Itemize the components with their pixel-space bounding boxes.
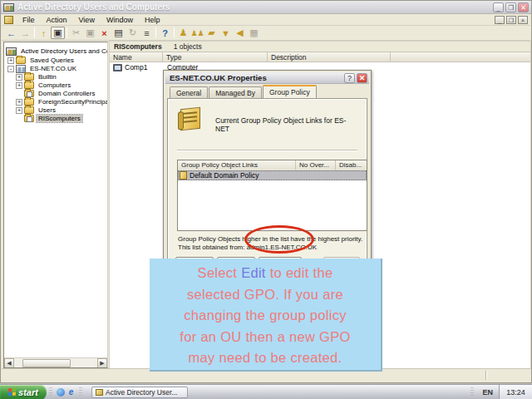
aduc-root-icon bbox=[6, 47, 17, 56]
column-header-row: Name Type Description bbox=[110, 52, 530, 62]
column-header-name[interactable]: Name bbox=[110, 52, 163, 62]
copy-icon[interactable]: ▣ bbox=[83, 27, 97, 39]
toolbar: ← → ↑ ▣ ✂ ▣ × ▤ ↻ ≡ ? ♟ ♟♟ ▰ ▼ ◀ ▦ bbox=[2, 26, 530, 41]
scrollbar-thumb[interactable] bbox=[22, 359, 71, 367]
expand-icon[interactable]: + bbox=[16, 99, 22, 106]
tab-group-policy[interactable]: Group Policy bbox=[263, 85, 317, 100]
help-icon[interactable]: ? bbox=[158, 27, 172, 39]
ou-folder-icon bbox=[24, 90, 34, 97]
language-indicator[interactable]: EN bbox=[476, 388, 499, 397]
column-no-override[interactable]: No Over... bbox=[296, 160, 336, 170]
export-list-icon[interactable]: ≡ bbox=[140, 27, 154, 39]
menu-file[interactable]: File bbox=[17, 14, 41, 25]
taskbar-grip[interactable] bbox=[470, 387, 474, 397]
taskbar-button-aduc[interactable]: Active Directory User... bbox=[91, 387, 188, 398]
annotation-line-5: may need to be created. bbox=[150, 347, 381, 369]
gpo-row-default-domain-policy[interactable]: Default Domain Policy bbox=[178, 170, 367, 180]
filter-icon[interactable]: ▼ bbox=[219, 27, 233, 39]
aduc-task-icon bbox=[96, 389, 103, 396]
folder-icon bbox=[16, 57, 26, 64]
group-policy-scroll-icon bbox=[180, 107, 200, 131]
window-titlebar[interactable]: Active Directory Users and Computers _ ❐… bbox=[1, 1, 531, 14]
gpo-name: Default Domain Policy bbox=[190, 171, 259, 180]
annotation-box: Select Edit to edit the selected GPO. If… bbox=[150, 259, 382, 372]
menu-action[interactable]: Action bbox=[41, 14, 73, 25]
annotation-text: to edit the bbox=[266, 265, 333, 280]
menu-bar: File Action View Window Help _ ❐ × bbox=[2, 14, 530, 26]
menu-help[interactable]: Help bbox=[139, 14, 166, 25]
close-button[interactable]: ✕ bbox=[518, 2, 529, 12]
new-ou-icon[interactable]: ▰ bbox=[204, 27, 219, 39]
tab-managed-by[interactable]: Managed By bbox=[209, 86, 262, 99]
task-button-label: Active Directory User... bbox=[106, 388, 177, 397]
menu-view[interactable]: View bbox=[73, 14, 101, 25]
new-user-icon[interactable]: ♟ bbox=[176, 27, 190, 39]
column-header-description[interactable]: Description bbox=[268, 52, 391, 62]
annotation-line-1: Select Edit to edit the bbox=[150, 263, 381, 284]
refresh-icon[interactable]: ↻ bbox=[126, 27, 140, 39]
child-minimize-button[interactable]: _ bbox=[495, 16, 505, 24]
dialog-close-button[interactable]: ✕ bbox=[357, 73, 367, 83]
scroll-right-icon[interactable]: ▶ bbox=[97, 358, 107, 368]
annotation-line-4: for an OU then a new GPO bbox=[150, 327, 381, 348]
banner-object-count: 1 objects bbox=[174, 42, 202, 51]
taskbar-clock[interactable]: 13:24 bbox=[499, 385, 532, 399]
tab-general[interactable]: General bbox=[170, 86, 208, 99]
computer-icon bbox=[113, 64, 122, 71]
domain-icon bbox=[16, 65, 26, 73]
divider bbox=[177, 150, 357, 151]
back-icon[interactable]: ← bbox=[4, 27, 18, 39]
expand-icon[interactable]: + bbox=[16, 107, 22, 114]
expand-icon[interactable]: + bbox=[7, 57, 14, 64]
forward-icon[interactable]: → bbox=[18, 27, 32, 39]
expand-icon[interactable]: + bbox=[16, 74, 22, 81]
up-one-level-icon[interactable]: ↑ bbox=[37, 27, 51, 39]
minimize-button[interactable]: _ bbox=[493, 2, 504, 12]
restore-button[interactable]: ❐ bbox=[505, 2, 516, 12]
child-close-button[interactable]: × bbox=[518, 16, 528, 24]
taskbar-grip[interactable] bbox=[79, 387, 82, 397]
tree-item-label: Active Directory Users and Computer: bbox=[19, 47, 108, 55]
tree-item-label: Users bbox=[37, 106, 57, 114]
tree-item-label: ES-NET.CO.UK bbox=[28, 65, 78, 72]
annotation-text: Select bbox=[198, 265, 242, 280]
column-gpo-links[interactable]: Group Policy Object Links bbox=[178, 160, 296, 170]
column-disabled[interactable]: Disab... bbox=[336, 160, 367, 170]
start-button[interactable]: start bbox=[0, 385, 47, 399]
extra-icon[interactable]: ▦ bbox=[247, 27, 261, 39]
messenger-icon[interactable] bbox=[55, 387, 66, 397]
toolbar-separator bbox=[155, 27, 156, 38]
dialog-titlebar[interactable]: ES-NET.CO.UK Properties ? ✕ bbox=[165, 72, 369, 84]
gpo-links-list[interactable]: Group Policy Object Links No Over... Dis… bbox=[177, 160, 367, 231]
child-restore-button[interactable]: ❐ bbox=[506, 16, 516, 24]
tree-item-riscomputers[interactable]: RIScomputers bbox=[24, 114, 82, 123]
tree-item-label: Saved Queries bbox=[28, 57, 76, 64]
ie-icon[interactable]: e bbox=[66, 387, 76, 397]
windows-flag-icon bbox=[8, 388, 16, 397]
collapse-icon[interactable]: - bbox=[7, 66, 14, 72]
result-pane-banner: RIScomputers 1 objects bbox=[110, 42, 530, 52]
gpo-links-banner: Current Group Policy Object Links for ES… bbox=[215, 116, 357, 133]
folder-icon bbox=[24, 106, 34, 114]
cut-icon[interactable]: ✂ bbox=[69, 27, 83, 39]
tree-item-label: Domain Controllers bbox=[37, 90, 96, 97]
delete-icon[interactable]: × bbox=[97, 27, 111, 39]
desktop: Active Directory Users and Computers _ ❐… bbox=[0, 0, 532, 399]
taskbar: start e Active Directory User... EN 13:2… bbox=[0, 384, 532, 399]
scroll-left-icon[interactable]: ◀ bbox=[4, 358, 14, 368]
new-group-icon[interactable]: ♟♟ bbox=[190, 27, 204, 39]
menu-window[interactable]: Window bbox=[101, 14, 139, 25]
announce-icon[interactable]: ◀ bbox=[233, 27, 247, 39]
dialog-tabs: General Managed By Group Policy bbox=[170, 87, 318, 99]
taskbar-grip[interactable] bbox=[49, 387, 52, 397]
highlight-ellipse bbox=[244, 225, 314, 254]
column-header-type[interactable]: Type bbox=[163, 52, 268, 62]
properties-icon[interactable]: ▤ bbox=[111, 27, 126, 39]
tree-horizontal-scrollbar[interactable]: ◀ ▶ bbox=[4, 357, 107, 367]
show-console-tree-icon[interactable]: ▣ bbox=[51, 27, 65, 39]
tree-item-label: ForeignSecurityPrincipals bbox=[37, 98, 108, 106]
expand-icon[interactable]: + bbox=[16, 82, 22, 89]
tree-item-root[interactable]: Active Directory Users and Computer: bbox=[6, 47, 108, 56]
folder-icon bbox=[24, 98, 34, 106]
dialog-help-button[interactable]: ? bbox=[344, 73, 355, 83]
